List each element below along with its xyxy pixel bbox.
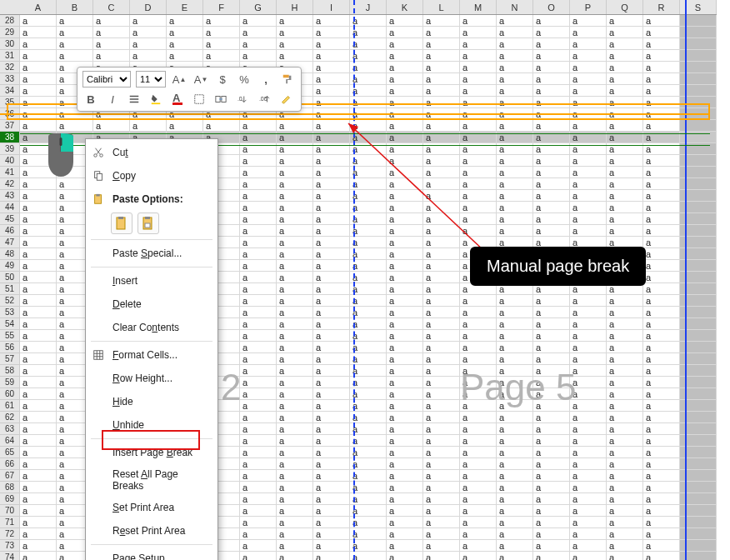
cell[interactable]: a (607, 353, 643, 365)
cell[interactable]: a (460, 132, 497, 143)
cell[interactable]: a (643, 237, 680, 248)
cell[interactable]: a (607, 155, 643, 167)
cell[interactable]: a (350, 528, 387, 540)
cell[interactable]: a (497, 178, 533, 190)
row-header[interactable]: 29 (0, 27, 20, 38)
cell[interactable]: a (570, 342, 607, 353)
cell[interactable] (680, 528, 717, 540)
cell[interactable]: a (423, 552, 460, 560)
cell[interactable]: a (497, 423, 533, 435)
cell[interactable]: a (277, 178, 313, 190)
cell[interactable] (680, 190, 717, 202)
cell[interactable]: a (607, 552, 643, 560)
cell[interactable]: a (533, 62, 570, 73)
cell[interactable]: a (607, 458, 643, 470)
row-header[interactable]: 59 (0, 377, 20, 388)
cell[interactable]: a (423, 482, 460, 493)
cell[interactable]: a (570, 528, 607, 540)
cell[interactable]: a (240, 353, 277, 365)
cell[interactable]: a (20, 237, 57, 248)
cell[interactable]: a (130, 27, 167, 38)
cell[interactable] (680, 27, 717, 38)
cell[interactable]: a (277, 493, 313, 505)
cell[interactable]: a (277, 38, 313, 50)
cell[interactable]: a (277, 27, 313, 38)
cell[interactable]: a (460, 62, 497, 73)
cell[interactable]: a (607, 202, 643, 213)
cell[interactable]: a (533, 167, 570, 178)
cell[interactable]: a (533, 225, 570, 237)
cell[interactable]: a (20, 108, 57, 120)
cell[interactable]: a (570, 97, 607, 108)
cell[interactable]: a (240, 330, 277, 342)
cell[interactable]: a (533, 97, 570, 108)
cell[interactable]: a (533, 423, 570, 435)
cell[interactable]: a (643, 342, 680, 353)
cell[interactable]: a (387, 435, 423, 447)
column-header[interactable]: L (423, 0, 460, 14)
cell[interactable]: a (643, 552, 680, 560)
cell[interactable]: a (533, 482, 570, 493)
cell[interactable]: a (460, 528, 497, 540)
cell[interactable] (680, 225, 717, 237)
cell[interactable]: a (313, 458, 350, 470)
cell[interactable]: a (350, 167, 387, 178)
row-header[interactable]: 62 (0, 412, 20, 423)
cell[interactable]: a (497, 202, 533, 213)
row-header[interactable]: 33 (0, 73, 20, 85)
cell[interactable]: a (533, 307, 570, 318)
cell[interactable]: a (497, 132, 533, 143)
cell[interactable]: a (643, 423, 680, 435)
cell[interactable]: a (497, 447, 533, 458)
cell[interactable]: a (277, 353, 313, 365)
cell[interactable]: a (20, 225, 57, 237)
cell[interactable] (680, 365, 717, 377)
cell[interactable]: a (20, 388, 57, 400)
cell[interactable]: a (350, 248, 387, 260)
cell[interactable]: a (460, 365, 497, 377)
row-header[interactable]: 56 (0, 342, 20, 353)
cell[interactable]: a (533, 155, 570, 167)
cell[interactable] (680, 318, 717, 330)
cell[interactable]: a (387, 97, 423, 108)
cell[interactable]: a (497, 190, 533, 202)
cell[interactable]: a (460, 540, 497, 552)
cell[interactable] (680, 342, 717, 353)
cell[interactable]: a (387, 248, 423, 260)
cell[interactable] (680, 447, 717, 458)
cell[interactable]: a (460, 225, 497, 237)
cell[interactable]: a (607, 388, 643, 400)
cell[interactable]: a (20, 493, 57, 505)
cell[interactable]: a (20, 120, 57, 132)
cell[interactable]: a (533, 412, 570, 423)
cell[interactable]: a (350, 62, 387, 73)
cell[interactable] (680, 248, 717, 260)
cell[interactable]: a (533, 213, 570, 225)
cell[interactable]: a (20, 27, 57, 38)
cell[interactable]: a (20, 540, 57, 552)
cell[interactable]: a (533, 388, 570, 400)
cell[interactable]: a (313, 213, 350, 225)
cell[interactable]: a (387, 272, 423, 283)
cell[interactable]: a (460, 97, 497, 108)
cell[interactable] (680, 552, 717, 560)
cell[interactable]: a (460, 482, 497, 493)
cell[interactable]: a (350, 435, 387, 447)
cell[interactable]: a (533, 120, 570, 132)
cell[interactable]: a (423, 528, 460, 540)
cell[interactable]: a (387, 225, 423, 237)
row-header[interactable]: 74 (0, 552, 20, 560)
cell[interactable]: a (460, 108, 497, 120)
cell[interactable]: a (460, 388, 497, 400)
cell[interactable]: a (93, 38, 130, 50)
cell[interactable]: a (350, 143, 387, 155)
cell[interactable]: a (277, 517, 313, 528)
cell[interactable]: a (277, 237, 313, 248)
cell[interactable]: a (240, 15, 277, 27)
cell[interactable]: a (570, 482, 607, 493)
cell[interactable]: a (20, 213, 57, 225)
cell[interactable] (680, 283, 717, 295)
cell[interactable]: a (313, 283, 350, 295)
row-header[interactable]: 34 (0, 85, 20, 97)
cell[interactable]: a (277, 400, 313, 412)
